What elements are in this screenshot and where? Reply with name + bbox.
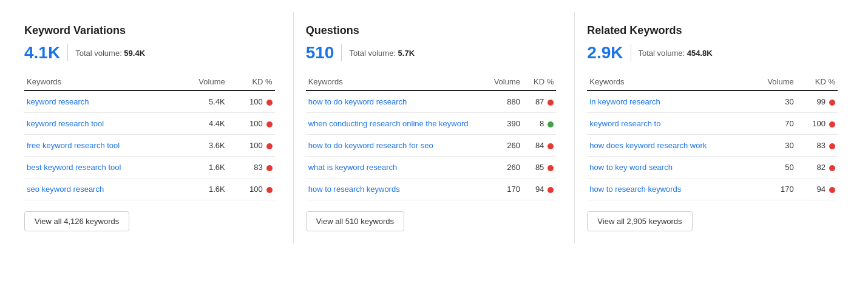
volume-cell: 3.6K xyxy=(179,135,228,157)
col-header-0: Keywords xyxy=(24,73,179,90)
kd-dot-red xyxy=(548,100,554,106)
keyword-link[interactable]: best keyword research tool xyxy=(27,163,121,172)
kd-value: 94 xyxy=(810,185,826,194)
kd-value: 87 xyxy=(528,97,544,106)
table-row: how to do keyword research88087 xyxy=(306,90,557,113)
kd-dot-red xyxy=(548,165,554,171)
panel-title-keyword-variations: Keyword Variations xyxy=(24,24,275,37)
kd-value: 99 xyxy=(810,97,826,106)
table-row: how to do keyword research for seo26084 xyxy=(306,135,557,157)
kd-cell: 94 xyxy=(796,178,838,200)
panel-title-related-keywords: Related Keywords xyxy=(587,24,838,37)
keyword-cell: seo keyword research xyxy=(24,178,179,200)
col-header-1: Volume xyxy=(179,73,228,90)
table-row: when conducting research online the keyw… xyxy=(306,113,557,135)
keyword-link[interactable]: free keyword research tool xyxy=(27,141,120,150)
kd-cell: 85 xyxy=(523,157,556,178)
volume-cell: 170 xyxy=(754,178,796,200)
volume-cell: 4.4K xyxy=(179,113,228,135)
kd-cell: 100 xyxy=(228,90,275,113)
col-header-0: Keywords xyxy=(306,73,489,90)
table-row: keyword research5.4K100 xyxy=(24,90,275,113)
kd-cell: 83 xyxy=(796,135,838,157)
kd-cell: 94 xyxy=(523,178,556,200)
col-header-2: KD % xyxy=(228,73,275,90)
panel-count-related-keywords: 2.9K xyxy=(587,43,623,63)
col-header-2: KD % xyxy=(523,73,556,90)
panel-keyword-variations: Keyword Variations4.1KTotal volume: 59.4… xyxy=(12,12,294,243)
kd-cell: 82 xyxy=(796,157,838,178)
kd-value: 83 xyxy=(247,163,263,172)
kd-value: 85 xyxy=(528,163,544,172)
volume-cell: 30 xyxy=(754,135,796,157)
keyword-link[interactable]: how to key word search xyxy=(589,163,673,172)
col-header-0: Keywords xyxy=(587,73,753,90)
table-row: how does keyword research work3083 xyxy=(587,135,838,157)
keyword-link[interactable]: how does keyword research work xyxy=(589,141,707,150)
panel-summary-related-keywords: 2.9KTotal volume: 454.8K xyxy=(587,43,838,63)
keyword-link[interactable]: seo keyword research xyxy=(27,185,104,194)
kd-dot-red xyxy=(266,121,273,127)
kd-cell: 8 xyxy=(523,113,556,135)
panel-total-volume-related-keywords: Total volume: 454.8K xyxy=(639,49,713,58)
kd-cell: 87 xyxy=(523,90,556,113)
kd-value: 100 xyxy=(247,185,263,194)
kd-dot-red xyxy=(829,187,835,193)
view-all-button-questions[interactable]: View all 510 keywords xyxy=(306,211,404,231)
vertical-divider xyxy=(341,44,342,61)
table-row: how to key word search5082 xyxy=(587,157,838,178)
kd-cell: 83 xyxy=(228,157,275,178)
panel-related-keywords: Related Keywords2.9KTotal volume: 454.8K… xyxy=(575,12,856,243)
panel-count-keyword-variations: 4.1K xyxy=(24,43,60,63)
keyword-link[interactable]: how to do keyword research for seo xyxy=(308,141,433,150)
table-row: keyword research to70100 xyxy=(587,113,838,135)
panel-summary-questions: 510Total volume: 5.7K xyxy=(306,43,557,63)
table-row: how to research keywords17094 xyxy=(587,178,838,200)
keyword-cell: when conducting research online the keyw… xyxy=(306,113,489,135)
keyword-cell: how to do keyword research for seo xyxy=(306,135,489,157)
kd-cell: 100 xyxy=(796,113,838,135)
volume-cell: 1.6K xyxy=(179,178,228,200)
volume-cell: 170 xyxy=(488,178,523,200)
volume-cell: 390 xyxy=(488,113,523,135)
view-all-button-keyword-variations[interactable]: View all 4,126 keywords xyxy=(24,211,129,231)
keyword-link[interactable]: what is keyword research xyxy=(308,163,398,172)
kd-dot-red xyxy=(548,187,554,193)
keyword-link[interactable]: keyword research to xyxy=(589,119,660,128)
view-all-button-related-keywords[interactable]: View all 2,905 keywords xyxy=(587,211,692,231)
table-row: what is keyword research26085 xyxy=(306,157,557,178)
volume-cell: 50 xyxy=(754,157,796,178)
kd-value: 94 xyxy=(528,185,544,194)
keyword-link[interactable]: how to do keyword research xyxy=(308,97,407,106)
panel-count-questions: 510 xyxy=(306,43,334,63)
table-row: keyword research tool4.4K100 xyxy=(24,113,275,135)
vertical-divider xyxy=(67,44,68,61)
keyword-link[interactable]: keyword research tool xyxy=(27,119,104,128)
kd-dot-red xyxy=(266,143,273,149)
table-row: seo keyword research1.6K100 xyxy=(24,178,275,200)
kd-dot-red xyxy=(266,165,273,171)
keyword-link[interactable]: how to research keywords xyxy=(589,185,681,194)
kd-value: 100 xyxy=(810,119,826,128)
keyword-link[interactable]: in keyword research xyxy=(589,97,660,106)
col-header-1: Volume xyxy=(488,73,523,90)
kd-cell: 84 xyxy=(523,135,556,157)
panel-total-volume-keyword-variations: Total volume: 59.4K xyxy=(75,49,145,58)
kd-dot-red xyxy=(829,121,835,127)
kd-value: 100 xyxy=(247,141,263,150)
keyword-link[interactable]: when conducting research online the keyw… xyxy=(308,119,469,128)
col-header-1: Volume xyxy=(754,73,796,90)
keyword-link[interactable]: keyword research xyxy=(27,97,89,106)
table-keyword-variations: KeywordsVolumeKD %keyword research5.4K10… xyxy=(24,73,275,200)
col-header-2: KD % xyxy=(796,73,838,90)
vertical-divider xyxy=(631,44,631,61)
volume-cell: 1.6K xyxy=(179,157,228,178)
volume-cell: 5.4K xyxy=(179,90,228,113)
kd-dot-red xyxy=(266,187,273,193)
keyword-cell: how does keyword research work xyxy=(587,135,753,157)
table-related-keywords: KeywordsVolumeKD %in keyword research309… xyxy=(587,73,838,200)
keyword-link[interactable]: how to research keywords xyxy=(308,185,400,194)
keyword-cell: best keyword research tool xyxy=(24,157,179,178)
kd-dot-red xyxy=(829,100,835,106)
keyword-cell: how to do keyword research xyxy=(306,90,489,113)
